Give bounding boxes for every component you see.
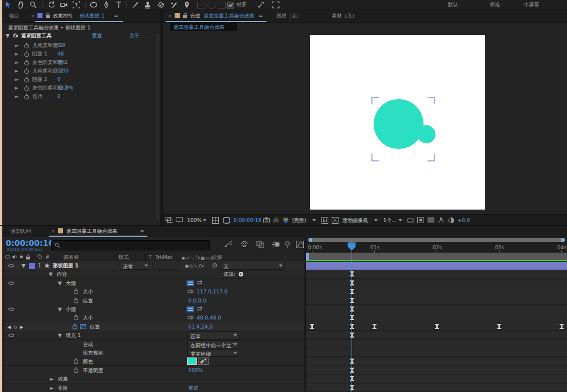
roi-icon[interactable]	[321, 217, 328, 224]
effect-param-row[interactable]: ► 几何柔和度 1 8.9	[2, 41, 160, 50]
graph-toggle-icon[interactable]	[80, 324, 86, 329]
hand-tool-icon[interactable]	[17, 1, 24, 8]
property-row[interactable]: 填充规则 非零环绕	[5, 348, 307, 357]
viewer-timecode[interactable]: 0:00:00:16	[234, 218, 261, 223]
transform-reset-link[interactable]: 重置	[188, 386, 198, 391]
stopwatch-icon[interactable]	[73, 367, 79, 373]
param-value[interactable]: 0.00	[57, 69, 69, 74]
track-rows-bg[interactable]	[306, 261, 567, 392]
add-label[interactable]: 添加:	[223, 272, 235, 277]
property-row[interactable]: 合成 在同组中前一个之1	[5, 340, 307, 349]
stopwatch-icon[interactable]	[73, 297, 79, 304]
layer-switches[interactable]: ◉◇＼fx	[185, 263, 204, 269]
property-row[interactable]: 位置 0.0,0.0	[5, 296, 307, 305]
stopwatch-icon[interactable]	[24, 42, 29, 49]
fill-color-swatch[interactable]	[187, 357, 197, 365]
eraser-tool-icon[interactable]	[157, 1, 164, 8]
expander-down-icon[interactable]: ▼	[6, 33, 10, 39]
panel-menu-icon[interactable]: ≡	[259, 14, 263, 19]
tab-footage[interactable]: 素材（无）	[332, 14, 357, 19]
snapshot-icon[interactable]	[263, 217, 270, 223]
stopwatch-icon[interactable]	[24, 93, 29, 100]
effect-header-row[interactable]: ▼ fx 遮罩阻塞工具 重置 关于 ...	[2, 32, 160, 40]
expander-right-icon[interactable]: ►	[15, 86, 19, 91]
brush-tool-icon[interactable]	[131, 1, 138, 8]
source-name-column-header[interactable]: 源名称	[64, 255, 79, 260]
puppet-pin-tool-icon[interactable]	[183, 1, 191, 8]
exposure-icon[interactable]	[448, 217, 455, 224]
property-row[interactable]: 大小 48.0,48.0	[5, 313, 307, 322]
stopwatch-icon[interactable]	[24, 76, 29, 83]
effect-param-row[interactable]: ► 几何柔和度 2 0.00	[2, 67, 160, 75]
motion-blur-icon[interactable]	[272, 241, 280, 248]
chevron-down-icon[interactable]	[312, 219, 316, 221]
eye-icon[interactable]	[8, 307, 15, 312]
time-navigator-track[interactable]	[306, 238, 567, 242]
property-row-keyframed[interactable]: ◀ ◇ ▶ 位置 61.4,24.0	[5, 322, 307, 331]
blend-mode-select[interactable]: 正常	[120, 262, 150, 270]
effect-param-row[interactable]: ► 灰色阶柔和度 1 9%	[2, 58, 160, 67]
shape-group-row[interactable]: ▼ 大圆	[5, 279, 307, 288]
keyframe-icon[interactable]	[435, 324, 439, 329]
show-snapshot-icon[interactable]	[273, 217, 280, 223]
resolution-select[interactable]: (完整)	[292, 218, 306, 223]
param-value[interactable]: 0	[57, 77, 61, 82]
effect-reset-link[interactable]: 重置	[92, 33, 102, 39]
property-label[interactable]: 不透明度	[83, 368, 103, 373]
chevron-down-icon[interactable]	[203, 219, 206, 221]
fill-rule-select[interactable]: 非零环绕	[187, 349, 239, 357]
camera-tool-icon[interactable]	[60, 1, 67, 8]
graph-editor-icon[interactable]	[296, 241, 304, 248]
tab-render-queue[interactable]: 渲染队列	[10, 229, 31, 234]
link-dimensions-icon[interactable]	[187, 289, 194, 293]
navigator-end-handle[interactable]	[561, 238, 565, 242]
property-row[interactable]: 不透明度 100%	[5, 366, 307, 375]
tab-project[interactable]: 项目	[9, 14, 19, 19]
stopwatch-icon[interactable]	[73, 358, 79, 364]
keyframe-icon[interactable]	[373, 324, 376, 329]
property-row[interactable]: 颜色	[5, 357, 307, 366]
add-keyframe-icon[interactable]: ◇	[14, 325, 17, 330]
selection-tool-icon[interactable]	[5, 1, 12, 8]
frame-blending-icon[interactable]	[256, 241, 264, 248]
property-value[interactable]: 0.0,0.0	[188, 299, 206, 304]
workspace-tab-default[interactable]: 默认	[448, 2, 458, 7]
property-label[interactable]: 大小	[83, 316, 93, 321]
parent-column-header[interactable]: 父级	[212, 255, 222, 260]
transparency-grid-icon[interactable]	[332, 217, 338, 224]
navigator-start-handle[interactable]	[308, 238, 312, 242]
eye-icon[interactable]	[8, 281, 15, 286]
parent-select[interactable]: 无	[220, 262, 285, 270]
eyedropper-button[interactable]	[198, 357, 209, 365]
param-value[interactable]: 83.0%	[57, 86, 74, 91]
t-column-header[interactable]: T	[149, 255, 152, 260]
layer-duration-bar[interactable]	[306, 262, 567, 270]
view-count-select[interactable]: 1个...	[383, 218, 396, 223]
keyframe-icon[interactable]	[560, 324, 564, 329]
param-value[interactable]: 48	[57, 52, 64, 57]
tab-effect-controls[interactable]: 效果控件	[53, 14, 73, 19]
workspace-tab-small-screen[interactable]: 小屏幕	[524, 2, 539, 7]
align-checkbox[interactable]	[227, 2, 234, 8]
align-label[interactable]: 对齐	[236, 2, 247, 7]
composite-select[interactable]: 在同组中前一个之1	[187, 340, 239, 348]
effect-about-link[interactable]: 关于 ...	[129, 33, 146, 39]
group-label[interactable]: 变换	[58, 386, 68, 391]
stopwatch-icon[interactable]	[24, 85, 29, 91]
close-icon[interactable]: ×	[31, 14, 35, 19]
expander-right-icon[interactable]: ►	[50, 377, 54, 382]
playhead-line[interactable]	[352, 242, 353, 392]
panel-menu-icon[interactable]: ≡	[114, 14, 119, 19]
exposure-value[interactable]: +0.0	[458, 218, 470, 223]
property-row[interactable]: 大小 117.0,117.0	[5, 287, 307, 296]
expander-right-icon[interactable]: ►	[15, 77, 19, 82]
group-label[interactable]: 小圆	[66, 307, 76, 312]
effect-param-row[interactable]: ► 灰色阶柔和度 2 83.0%	[2, 84, 160, 92]
lock-icon[interactable]	[45, 12, 50, 19]
layer-row[interactable]: ▼ 1 形状图层 1 正常 ◉◇＼fx 无	[5, 261, 307, 270]
effect-param-row[interactable]: ► 阻塞 1 48	[2, 50, 160, 58]
blend-toggle-icon[interactable]	[196, 280, 203, 286]
fill-blend-mode-select[interactable]: 正常	[187, 331, 239, 339]
preview-in-window-icon[interactable]	[417, 217, 424, 223]
expander-right-icon[interactable]: ►	[15, 52, 19, 57]
